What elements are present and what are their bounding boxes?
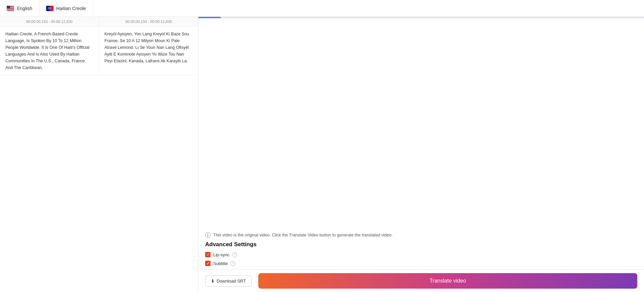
us-flag-icon bbox=[7, 6, 14, 11]
download-srt-button[interactable]: ⬇ Download SRT bbox=[205, 275, 252, 287]
info-row: ℹ This video is the original video. Clic… bbox=[205, 232, 637, 238]
subtitle-creole-text: Kreyòl Ayisyen, Yon Lang Kreyòl Ki Baze … bbox=[99, 27, 198, 75]
subtitle-row: Subtitle ? bbox=[205, 261, 637, 266]
info-icon: ℹ bbox=[205, 232, 211, 238]
source-language-label: English bbox=[17, 6, 32, 11]
video-panel: This is a default subtitle text box ℹ Th… bbox=[198, 17, 644, 292]
advanced-settings-title: Advanced Settings bbox=[205, 241, 637, 248]
lip-sync-row: Lip-sync ? bbox=[205, 252, 637, 257]
target-language-selector[interactable]: Haitian Creole bbox=[39, 0, 93, 17]
lip-sync-help-icon[interactable]: ? bbox=[232, 252, 237, 257]
subtitle-label: Subtitle bbox=[213, 261, 228, 266]
subtitle-panel: 00:00:00,150 - 00:00:12,830 00:00:00,150… bbox=[0, 17, 198, 292]
settings-panel: ℹ This video is the original video. Clic… bbox=[198, 228, 644, 269]
source-language-selector[interactable]: English bbox=[0, 0, 39, 17]
subtitle-help-icon[interactable]: ? bbox=[230, 261, 235, 266]
subtitle-checkbox[interactable] bbox=[205, 261, 211, 266]
haiti-flag-icon bbox=[46, 6, 53, 11]
lip-sync-checkbox[interactable] bbox=[205, 252, 211, 257]
info-text: This video is the original video. Click … bbox=[213, 233, 392, 237]
download-icon: ⬇ bbox=[211, 279, 215, 284]
time-start: 00:00:00,150 - 00:00:12,830 bbox=[0, 17, 99, 27]
bottom-bar: ⬇ Download SRT Translate video bbox=[198, 269, 644, 292]
subtitle-text-row: Haitian Creole, A French-Based Creole La… bbox=[0, 27, 198, 75]
subtitle-time-row: 00:00:00,150 - 00:00:12,830 00:00:00,150… bbox=[0, 17, 198, 27]
target-language-label: Haitian Creole bbox=[56, 6, 86, 11]
main-content: 00:00:00,150 - 00:00:12,830 00:00:00,150… bbox=[0, 17, 644, 292]
progress-bar-fill bbox=[198, 17, 221, 18]
video-area: This is a default subtitle text box bbox=[198, 17, 644, 228]
time-end: 00:00:00,150 - 00:00:12,830 bbox=[99, 17, 198, 27]
translate-video-button[interactable]: Translate video bbox=[258, 273, 637, 289]
subtitle-english-text: Haitian Creole, A French-Based Creole La… bbox=[0, 27, 99, 75]
lip-sync-label: Lip-sync bbox=[213, 252, 229, 257]
video-progress-bar[interactable] bbox=[198, 17, 644, 18]
language-bar: English Haitian Creole bbox=[0, 0, 644, 17]
